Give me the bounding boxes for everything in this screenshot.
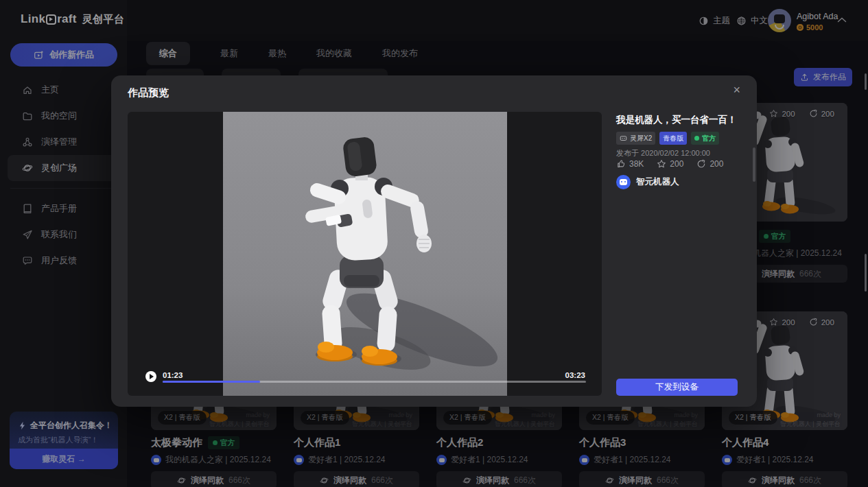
star-icon[interactable] bbox=[657, 159, 666, 169]
publish-date: 发布于 2020/02/02 12:00:00 bbox=[616, 148, 710, 158]
work-author[interactable]: 智元机器人 bbox=[616, 175, 679, 189]
send-to-device-button[interactable]: 下发到设备 bbox=[616, 379, 738, 396]
modal-title: 作品预览 bbox=[128, 86, 169, 99]
work-preview-modal: 作品预览 × bbox=[111, 75, 757, 407]
author-avatar bbox=[616, 175, 631, 189]
video-frame bbox=[223, 112, 507, 396]
video-player[interactable]: 01:23 03:23 bbox=[128, 112, 602, 396]
video-current-time: 01:23 bbox=[163, 371, 183, 379]
robot-screen-icon bbox=[620, 134, 627, 142]
robot-video-image bbox=[223, 112, 507, 396]
work-tags: 灵犀X2 青春版 官方 bbox=[616, 132, 719, 145]
video-progress-bar[interactable] bbox=[163, 381, 586, 383]
work-info-panel: 我是机器人，买一台省一百！ 灵犀X2 青春版 官方 发布于 2020/02/02… bbox=[616, 75, 738, 407]
modal-scrollbar[interactable] bbox=[753, 147, 755, 182]
play-button[interactable] bbox=[145, 371, 156, 382]
work-title: 我是机器人，买一台省一百！ bbox=[616, 114, 737, 126]
author-name: 智元机器人 bbox=[636, 176, 679, 188]
video-progress-fill bbox=[163, 381, 260, 383]
share-icon[interactable] bbox=[696, 159, 706, 169]
video-duration: 03:23 bbox=[565, 371, 585, 379]
thumbs-up-icon[interactable] bbox=[616, 159, 626, 169]
page-scrollbar[interactable] bbox=[865, 254, 867, 292]
official-tag: 官方 bbox=[691, 132, 719, 145]
page-scrollbar[interactable] bbox=[865, 73, 867, 90]
edition-tag: 青春版 bbox=[659, 132, 687, 145]
official-dot-icon bbox=[694, 136, 699, 141]
model-tag: 灵犀X2 bbox=[616, 132, 655, 145]
work-stats: 38K 200 200 bbox=[616, 159, 723, 169]
app-window: Linkraft 灵创平台 创作新作品 主页 我的空间 演绎管理 灵创广场 产品… bbox=[0, 0, 868, 487]
